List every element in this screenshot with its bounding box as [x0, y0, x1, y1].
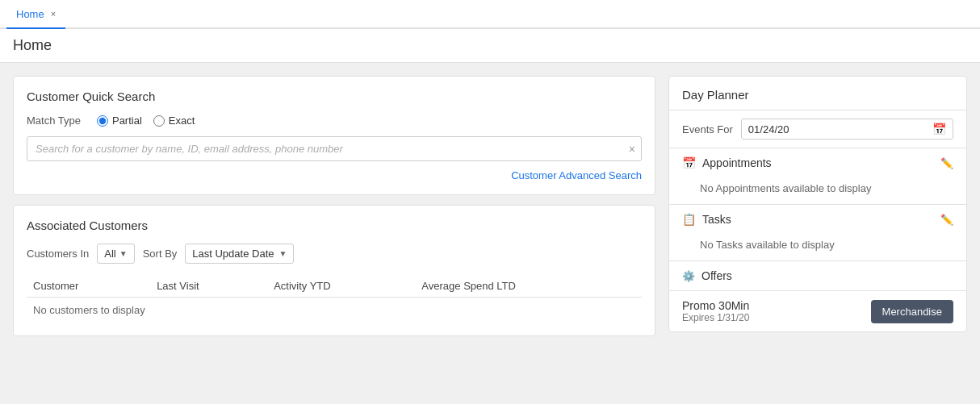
tab-bar: Home ×	[0, 0, 980, 29]
associated-customers-title: Associated Customers	[27, 219, 642, 232]
search-input[interactable]	[27, 136, 642, 161]
tasks-no-data: No Tasks available to display	[669, 234, 966, 260]
quick-search-title: Customer Quick Search	[27, 90, 642, 103]
match-type-label: Match Type	[27, 115, 81, 127]
planner-scroll-area: 📅 Appointments ✏️ No Appointments availa…	[669, 148, 966, 331]
quick-search-card: Customer Quick Search Match Type Partial…	[13, 76, 655, 195]
customers-in-value: All	[104, 248, 115, 260]
promo-expires: Expires 1/31/20	[682, 312, 749, 323]
calendar-icon: 📅	[932, 123, 946, 135]
tab-close-icon[interactable]: ×	[51, 10, 56, 19]
customers-in-label: Customers In	[27, 248, 89, 260]
events-for-row: Events For 01/24/20 📅	[669, 110, 966, 148]
promo-row: Promo 30Min Expires 1/31/20 Merchandise	[669, 291, 966, 331]
radio-partial-label: Partial	[112, 115, 142, 127]
day-planner-title: Day Planner	[669, 77, 966, 110]
tasks-section: 📋 Tasks ✏️ No Tasks available to display	[669, 205, 966, 261]
appointments-no-data: No Appointments available to display	[669, 177, 966, 204]
match-type-row: Match Type Partial Exact	[27, 115, 642, 127]
appointments-title: Appointments	[702, 156, 772, 169]
customers-in-dropdown[interactable]: All ▼	[97, 244, 134, 264]
day-planner-card: Day Planner Events For 01/24/20 📅 📅 Appo…	[668, 76, 967, 332]
sort-by-dropdown[interactable]: Last Update Date ▼	[185, 244, 294, 264]
customers-in-arrow-icon: ▼	[119, 249, 128, 258]
tab-home[interactable]: Home ×	[6, 0, 65, 29]
promo-info: Promo 30Min Expires 1/31/20	[682, 299, 749, 323]
col-avg-spend-ltd: Average Spend LTD	[415, 275, 642, 298]
col-last-visit: Last Visit	[150, 275, 267, 298]
associated-customers-card: Associated Customers Customers In All ▼ …	[13, 205, 655, 336]
tasks-header: 📋 Tasks ✏️	[669, 205, 966, 234]
sort-by-label: Sort By	[143, 248, 178, 260]
radio-exact-label: Exact	[169, 115, 195, 127]
left-panel: Customer Quick Search Match Type Partial…	[13, 76, 655, 389]
radio-partial-input[interactable]	[97, 115, 108, 127]
appointments-header: 📅 Appointments ✏️	[669, 148, 966, 177]
offers-title: Offers	[701, 269, 732, 282]
page-title-bar: Home	[0, 29, 980, 63]
advanced-search-link[interactable]: Customer Advanced Search	[511, 169, 642, 181]
offers-header: ⚙️ Offers	[669, 261, 966, 291]
right-panel: Day Planner Events For 01/24/20 📅 📅 Appo…	[668, 76, 967, 389]
radio-group: Partial Exact	[97, 115, 195, 127]
search-clear-icon[interactable]: ×	[629, 144, 635, 155]
no-customers-text: No customers to display	[27, 298, 642, 323]
col-activity-ytd: Activity YTD	[267, 275, 415, 298]
tasks-title: Tasks	[702, 213, 731, 226]
gear-icon: ⚙️	[682, 270, 695, 282]
date-input-wrapper[interactable]: 01/24/20 📅	[741, 119, 953, 140]
appointments-section: 📅 Appointments ✏️ No Appointments availa…	[669, 148, 966, 205]
tab-home-label: Home	[16, 8, 44, 20]
radio-partial-option[interactable]: Partial	[97, 115, 142, 127]
appointments-edit-icon[interactable]: ✏️	[940, 157, 953, 169]
radio-exact-input[interactable]	[153, 115, 165, 127]
tasks-icon: 📋	[682, 213, 696, 226]
sort-by-value: Last Update Date	[192, 248, 274, 260]
radio-exact-option[interactable]: Exact	[153, 115, 195, 127]
associated-customers-table: Customer Last Visit Activity YTD Average…	[27, 275, 642, 323]
tasks-header-left: 📋 Tasks	[682, 213, 731, 226]
page-title: Home	[13, 37, 52, 53]
search-input-wrapper: ×	[27, 136, 642, 161]
tasks-edit-icon[interactable]: ✏️	[940, 214, 953, 226]
no-data-row: No customers to display	[27, 298, 642, 323]
col-customer: Customer	[27, 275, 150, 298]
events-for-date: 01/24/20	[748, 123, 926, 135]
merchandise-button[interactable]: Merchandise	[871, 300, 953, 323]
promo-name: Promo 30Min	[682, 299, 749, 312]
appointments-icon: 📅	[682, 156, 696, 169]
main-layout: Customer Quick Search Match Type Partial…	[0, 63, 980, 402]
sort-by-arrow-icon: ▼	[279, 249, 287, 258]
events-for-label: Events For	[682, 123, 733, 135]
appointments-header-left: 📅 Appointments	[682, 156, 772, 169]
sort-row: Customers In All ▼ Sort By Last Update D…	[27, 244, 642, 264]
